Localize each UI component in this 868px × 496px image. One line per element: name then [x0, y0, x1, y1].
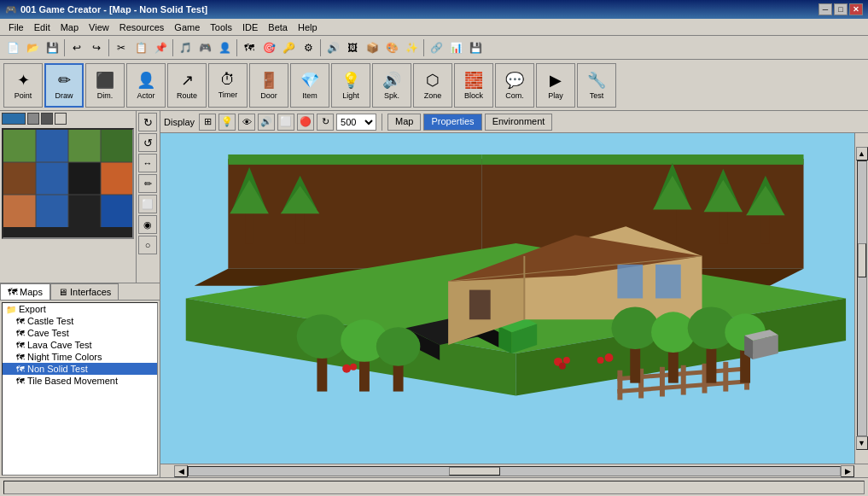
v-scroll-track[interactable]	[857, 160, 867, 436]
tool-light[interactable]: 💡 Light	[331, 63, 370, 108]
btn-properties-tab[interactable]: Properties	[423, 114, 481, 131]
scroll-left-btn[interactable]: ◀	[174, 465, 188, 477]
tb-b8[interactable]: 🔊	[323, 38, 342, 57]
tb-b13[interactable]: 🔗	[427, 38, 446, 57]
tool-play[interactable]: ▶ Play	[536, 63, 575, 108]
v-scroll-thumb[interactable]	[858, 243, 866, 277]
menu-file[interactable]: File	[3, 20, 29, 34]
btn-map-tab[interactable]: Map	[387, 114, 421, 131]
disp-eye[interactable]: 👁	[238, 114, 255, 131]
tree-view[interactable]: 📁 Export 🗺 Castle Test 🗺 Cave Test 🗺 Lav…	[2, 302, 158, 476]
tool-zone[interactable]: ⬡ Zone	[413, 63, 452, 108]
color-toggle3[interactable]	[55, 113, 67, 125]
menu-view[interactable]: View	[84, 20, 114, 34]
menu-tools[interactable]: Tools	[205, 20, 237, 34]
side-eraser[interactable]: ○	[138, 236, 157, 254]
tool-spk[interactable]: 🔊 Spk.	[372, 63, 411, 108]
scroll-right-btn[interactable]: ▶	[841, 465, 854, 477]
side-flip-h[interactable]: ↔	[138, 154, 157, 172]
tb-b6[interactable]: 🔑	[279, 38, 298, 57]
menu-game[interactable]: Game	[169, 20, 205, 34]
tb-open[interactable]: 📂	[23, 38, 42, 57]
menu-help[interactable]: Help	[293, 20, 323, 34]
menu-beta[interactable]: Beta	[263, 20, 293, 34]
tree-night-time[interactable]: 🗺 Night Time Colors	[3, 351, 157, 363]
menu-map[interactable]: Map	[55, 20, 84, 34]
svg-rect-6	[68, 162, 101, 195]
tb-copy[interactable]: 📋	[131, 38, 150, 57]
tb-paste[interactable]: 📌	[151, 38, 170, 57]
tree-nonsolid-label: Non Solid Test	[27, 364, 88, 374]
h-scroll-thumb[interactable]	[449, 467, 500, 476]
tb-redo[interactable]: ↪	[87, 38, 106, 57]
minimize-button[interactable]: ─	[818, 3, 832, 15]
menu-edit[interactable]: Edit	[29, 20, 55, 34]
tb-b3[interactable]: 👤	[215, 38, 234, 57]
disp-refresh[interactable]: ↻	[317, 114, 334, 131]
tree-cave-test[interactable]: 🗺 Cave Test	[3, 327, 157, 339]
tb-b9[interactable]: 🖼	[343, 38, 362, 57]
disp-sound[interactable]: 🔊	[258, 114, 275, 131]
tool-timer[interactable]: ⏱ Timer	[208, 63, 248, 108]
tree-non-solid[interactable]: 🗺 Non Solid Test	[3, 363, 157, 375]
tb-undo[interactable]: ↩	[67, 38, 86, 57]
side-select[interactable]: ⬜	[138, 195, 157, 213]
tool-actor[interactable]: 👤 Actor	[126, 63, 166, 108]
tile-palette-svg[interactable]	[3, 130, 133, 239]
zoom-select[interactable]: 500 100 200 300 1000	[336, 114, 376, 131]
tb-new[interactable]: 📄	[3, 38, 22, 57]
tb-b14[interactable]: 📊	[446, 38, 465, 57]
btn-environment-tab[interactable]: Environment	[485, 114, 553, 131]
tree-lava-cave[interactable]: 🗺 Lava Cave Test	[3, 339, 157, 351]
disp-color[interactable]: 🔴	[297, 114, 314, 131]
menu-resources[interactable]: Resources	[114, 20, 170, 34]
side-fill[interactable]: ◉	[138, 215, 157, 234]
side-rotate-ccw[interactable]: ↺	[138, 133, 157, 152]
side-pencil[interactable]: ✏	[138, 174, 157, 193]
tb-b15[interactable]: 💾	[466, 38, 485, 57]
tool-draw[interactable]: ✏ Draw	[44, 63, 84, 108]
tree-export[interactable]: 📁 Export	[3, 303, 157, 315]
toolbar2: ✦ Point ✏ Draw ⬛ Dim. 👤 Actor ↗ Route ⏱ …	[0, 60, 868, 111]
game-canvas[interactable]	[160, 133, 854, 464]
disp-rect[interactable]: ⬜	[277, 114, 294, 131]
tb-cut[interactable]: ✂	[112, 38, 131, 57]
maximize-button[interactable]: □	[834, 3, 848, 15]
tool-test[interactable]: 🔧 Test	[577, 63, 616, 108]
close-button[interactable]: ✕	[849, 3, 863, 15]
tb-b12[interactable]: ✨	[402, 38, 421, 57]
tool-block[interactable]: 🧱 Block	[454, 63, 493, 108]
tb-save[interactable]: 💾	[43, 38, 61, 57]
tab-interfaces[interactable]: 🖥 Interfaces	[50, 283, 119, 300]
tb-b2[interactable]: 🎮	[195, 38, 214, 57]
tb-b11[interactable]: 🎨	[382, 38, 401, 57]
menu-ide[interactable]: IDE	[237, 20, 263, 34]
side-rotate-cw[interactable]: ↻	[138, 113, 157, 131]
tool-point[interactable]: ✦ Point	[3, 63, 43, 108]
tool-item[interactable]: 💎 Item	[290, 63, 329, 108]
tool-route[interactable]: ↗ Route	[167, 63, 207, 108]
scroll-down-btn[interactable]: ▼	[856, 436, 868, 450]
tb-b10[interactable]: 📦	[363, 38, 382, 57]
tb-b5[interactable]: 🎯	[259, 38, 278, 57]
tree-tile-based[interactable]: 🗺 Tile Based Movement	[3, 375, 157, 387]
scroll-up-btn[interactable]: ▲	[856, 147, 868, 160]
main-layout: ↻ ↺ ↔ ✏ ⬜ ◉ ○ 🗺 Maps 🖥 Interfaces 📁 Expo…	[0, 111, 868, 477]
h-scrollbar[interactable]: ◀ ▶	[160, 464, 868, 477]
tool-door[interactable]: 🚪 Door	[249, 63, 288, 108]
tree-castle-test[interactable]: 🗺 Castle Test	[3, 315, 157, 327]
title-bar-controls: ─ □ ✕	[818, 3, 863, 15]
tb-b4[interactable]: 🗺	[240, 38, 259, 57]
color-toggle2[interactable]	[41, 113, 53, 125]
color-toggle1[interactable]	[27, 113, 39, 125]
tb-b1[interactable]: 🎵	[176, 38, 195, 57]
disp-bulb[interactable]: 💡	[218, 114, 236, 131]
color-blue[interactable]	[2, 113, 26, 125]
h-scroll-track[interactable]	[188, 466, 841, 476]
disp-grid[interactable]: ⊞	[199, 114, 216, 131]
tab-maps[interactable]: 🗺 Maps	[0, 283, 50, 300]
tool-com[interactable]: 💬 Com.	[495, 63, 534, 108]
tb-b7[interactable]: ⚙	[299, 38, 317, 57]
tool-dim[interactable]: ⬛ Dim.	[85, 63, 125, 108]
v-scrollbar[interactable]: ▲ ▼	[854, 133, 868, 464]
